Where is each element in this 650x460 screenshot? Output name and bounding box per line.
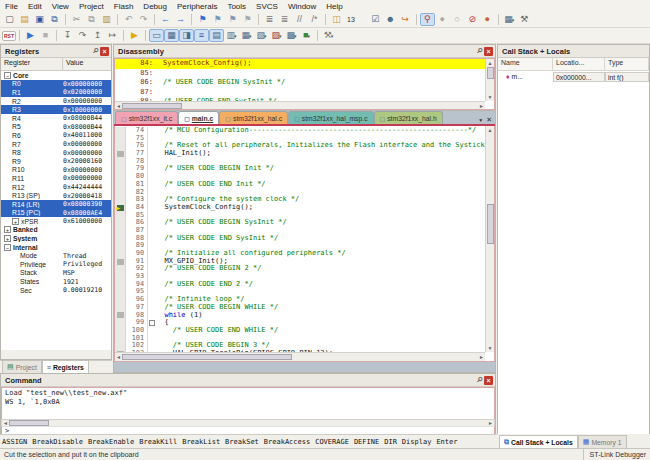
scroll-up-icon[interactable]: ▲: [487, 59, 494, 67]
register-row-r2[interactable]: R20x00000000: [1, 97, 111, 106]
breakpoint-enabled-icon[interactable]: ●: [435, 13, 450, 26]
scroll-right-icon[interactable]: ►: [478, 102, 485, 110]
expander-icon[interactable]: −: [4, 72, 11, 79]
callstack-window-icon[interactable]: ▤: [209, 29, 224, 42]
menu-tools[interactable]: Tools: [222, 2, 251, 11]
breakpoint-anchor-icon[interactable]: [117, 151, 124, 157]
expander-icon[interactable]: −: [4, 244, 11, 251]
register-row-r8[interactable]: R80x00000000: [1, 148, 111, 157]
tab-call-stack-locals[interactable]: ⧉Call Stack + Locals: [499, 435, 578, 448]
watch-window-icon[interactable]: ▥▾: [224, 29, 239, 42]
navigate-forward-icon[interactable]: →: [173, 13, 188, 26]
code-line[interactable]: 94 /* USER CODE END 2 */: [115, 281, 485, 289]
tab-main-c[interactable]: ▢main.c: [178, 111, 219, 124]
open-folder-icon[interactable]: ▤: [17, 13, 32, 26]
expander-icon[interactable]: +: [12, 218, 19, 225]
undo-icon[interactable]: ↶: [121, 13, 136, 26]
disassembly-hscrollbar[interactable]: ◄ ►: [115, 101, 485, 109]
memory-window-icon[interactable]: ▦▾: [239, 29, 254, 42]
disassembly-line[interactable]: 85:: [115, 69, 485, 79]
breakpoint-anchor-icon[interactable]: [117, 259, 124, 265]
scroll-right-icon[interactable]: ►: [478, 353, 485, 361]
code-line[interactable]: 79 /* USER CODE BEGIN Init */: [115, 165, 485, 173]
register-row-internal[interactable]: −Internal: [1, 243, 111, 252]
register-row-r7[interactable]: R70x00000000: [1, 140, 111, 149]
dropdown-arrow-icon[interactable]: ▾: [294, 33, 297, 39]
code-line[interactable]: 77 HAL_Init();: [115, 150, 485, 158]
code-line[interactable]: 82: [115, 189, 485, 197]
load-application-icon[interactable]: ◫: [329, 13, 344, 26]
menu-flash[interactable]: Flash: [109, 2, 139, 11]
step-into-icon[interactable]: ↧: [60, 29, 75, 42]
code-line[interactable]: 85: [115, 212, 485, 220]
step-out-icon[interactable]: ↥: [90, 29, 105, 42]
code-line[interactable]: 93: [115, 273, 485, 281]
tab-stm32f1xx-hal-msp-c[interactable]: ▢stm32f1xx_hal_msp.c: [288, 111, 373, 124]
tab-registers[interactable]: ≡Registers: [42, 360, 89, 373]
close-icon[interactable]: ×: [484, 376, 493, 385]
name-column-header[interactable]: Name: [498, 58, 553, 70]
pin-icon[interactable]: ⚲: [475, 375, 484, 384]
location-column-header[interactable]: Locatio...: [553, 58, 605, 70]
command-button-breakaccess[interactable]: BreakAccess: [264, 438, 310, 446]
command-output[interactable]: Load "test_new\\test_new.axf"WS 1, `1,0x…: [1, 387, 495, 419]
editor-vscrollbar[interactable]: ▲ ▼: [485, 126, 494, 352]
redo-icon[interactable]: ↷: [136, 13, 151, 26]
register-row-r11[interactable]: R110x00000000: [1, 174, 111, 183]
disassembly-vscrollbar[interactable]: ▲ ▼: [485, 59, 494, 101]
registers-window-icon[interactable]: ≡: [194, 29, 209, 42]
menu-peripherals[interactable]: Peripherals: [172, 2, 222, 11]
symbols-window-icon[interactable]: ◨: [179, 29, 194, 42]
command-window-icon[interactable]: ▭: [149, 29, 164, 42]
disassembly-line[interactable]: 84:SystemClock_Config();: [115, 59, 485, 69]
code-line[interactable]: 100 /* USER CODE END WHILE */: [115, 327, 485, 335]
register-row-r3[interactable]: R30x10000000: [1, 105, 111, 114]
value-column-header[interactable]: Value: [63, 58, 111, 70]
register-row-core[interactable]: −Core: [1, 71, 111, 80]
register-row-r14-lr[interactable]: R14 (LR)0x08000390: [1, 200, 111, 209]
code-line[interactable]: 90 /* Initialize all configured peripher…: [115, 250, 485, 258]
code-line[interactable]: 83 /* Configure the system clock */: [115, 196, 485, 204]
type-column-header[interactable]: Type: [605, 58, 649, 70]
editor-code[interactable]: 74 /* MCU Configuration-----------------…: [115, 127, 485, 352]
menu-view[interactable]: View: [47, 2, 74, 11]
command-button-breakenable[interactable]: BreakEnable: [88, 438, 134, 446]
indent-left-icon[interactable]: ≣: [262, 13, 277, 26]
register-column-header[interactable]: Register: [1, 58, 63, 70]
menu-edit[interactable]: Edit: [23, 2, 47, 11]
show-next-statement-icon[interactable]: ▶: [127, 29, 142, 42]
bookmark-prev-icon[interactable]: ⚑: [210, 13, 225, 26]
scroll-down-icon[interactable]: ▼: [487, 344, 494, 352]
expander-icon[interactable]: +: [4, 235, 11, 242]
code-line[interactable]: 75: [115, 135, 485, 143]
menu-debug[interactable]: Debug: [138, 2, 172, 11]
disassembly-window-icon[interactable]: ▦: [164, 29, 179, 42]
register-row-r0[interactable]: R00x00000000: [1, 80, 111, 89]
code-line[interactable]: 96 /* Infinite loop */: [115, 296, 485, 304]
scroll-down-icon[interactable]: ▼: [487, 93, 494, 101]
tab-memory-1[interactable]: ▦Memory 1: [578, 435, 627, 448]
new-file-icon[interactable]: ▢: [2, 13, 17, 26]
register-row-xpsr[interactable]: +xPSR0x61000000: [1, 217, 111, 226]
dropdown-arrow-icon[interactable]: ▾: [234, 33, 237, 39]
menu-project[interactable]: Project: [74, 2, 109, 11]
command-button-coverage[interactable]: COVERAGE: [315, 438, 349, 446]
close-tab-icon[interactable]: ✕: [486, 116, 492, 124]
menu-svcs[interactable]: SVCS: [251, 2, 283, 11]
run-icon[interactable]: ▶: [23, 29, 38, 42]
tab-stm32f1xx-hal-c[interactable]: ▢stm32f1xx_hal.c: [219, 111, 288, 124]
run-to-main-icon[interactable]: ↪: [398, 13, 413, 26]
register-row-r6[interactable]: R60x40011000: [1, 131, 111, 140]
code-line[interactable]: 81 /* USER CODE END Init */: [115, 181, 485, 189]
register-row-r1[interactable]: R10x02000000: [1, 88, 111, 97]
system-viewer-icon[interactable]: ■▾: [299, 29, 314, 42]
command-button-breaklist[interactable]: BreakList: [182, 438, 220, 446]
dropdown-arrow-icon[interactable]: ▾: [307, 33, 310, 39]
fold-marker-icon[interactable]: [149, 320, 155, 326]
code-line[interactable]: 91 MX_GPIO_Init();: [115, 258, 485, 266]
code-line[interactable]: 87: [115, 227, 485, 235]
pin-icon[interactable]: ⚲: [475, 46, 484, 55]
scroll-up-icon[interactable]: ▲: [487, 126, 494, 134]
command-button-display[interactable]: Display: [402, 438, 432, 446]
disassembly-code[interactable]: 84:SystemClock_Config();85:86:/* USER CO…: [115, 59, 485, 101]
